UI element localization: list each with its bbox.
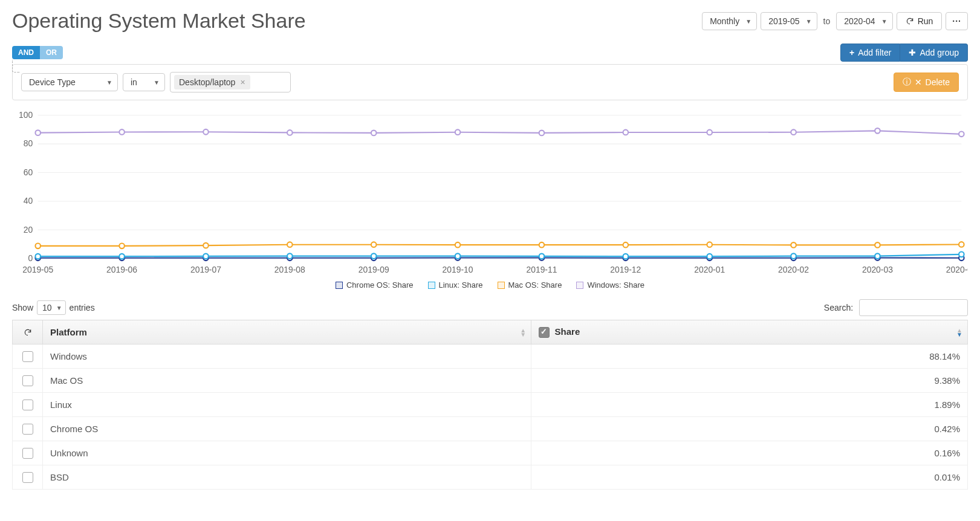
search-input[interactable] [859, 299, 968, 316]
row-checkbox[interactable] [22, 375, 33, 386]
to-label: to [821, 16, 833, 26]
svg-point-50 [203, 243, 209, 248]
chevron-down-icon: ▼ [56, 305, 62, 311]
svg-point-62 [203, 129, 209, 135]
svg-text:2020-01: 2020-01 [694, 265, 725, 274]
filter-operator-select[interactable]: in ▼ [123, 73, 165, 91]
interval-select[interactable]: Monthly ▼ [702, 12, 757, 30]
interval-value: Monthly [710, 16, 739, 26]
filter-chip: Desktop/laptop × [174, 75, 250, 89]
logic-and-button[interactable]: AND [12, 46, 40, 59]
row-checkbox[interactable] [22, 448, 33, 459]
svg-text:0: 0 [28, 253, 33, 263]
page-title: Operating System Market Share [12, 9, 306, 33]
plus-circle-icon: ✚ [909, 48, 916, 57]
page-size-value: 10 [42, 303, 52, 312]
svg-point-64 [371, 131, 377, 136]
platform-header-label: Platform [50, 327, 87, 337]
filter-dimension-value: Device Type [29, 77, 76, 87]
date-to-select[interactable]: 2020-04 ▼ [836, 12, 892, 30]
remove-chip-icon[interactable]: × [240, 77, 245, 87]
date-to-value: 2020-04 [844, 16, 875, 26]
platform-cell: Chrome OS [43, 417, 531, 441]
svg-point-68 [707, 130, 712, 135]
table-row: Linux 1.89% [13, 393, 968, 417]
sort-icon: ▲▼ [956, 328, 962, 337]
svg-point-39 [287, 253, 293, 259]
filter-dimension-select[interactable]: Device Type ▼ [21, 73, 118, 91]
share-cell: 0.42% [531, 417, 968, 441]
legend-item[interactable]: Windows: Share [576, 280, 644, 290]
row-checkbox[interactable] [22, 400, 33, 410]
filter-operator-value: in [131, 77, 137, 87]
share-cell: 88.14% [531, 345, 968, 369]
svg-text:2019-10: 2019-10 [443, 265, 473, 274]
share-cell: 0.01% [531, 465, 968, 490]
share-cell: 9.38% [531, 369, 968, 393]
legend-item[interactable]: Mac OS: Share [498, 280, 562, 290]
logic-or-button[interactable]: OR [40, 46, 63, 59]
legend-item[interactable]: Chrome OS: Share [336, 280, 414, 290]
add-group-button[interactable]: ✚ Add group [900, 44, 968, 62]
svg-point-52 [371, 242, 377, 247]
chart: 0204060801002019-052019-062019-072019-08… [12, 109, 968, 290]
date-from-select[interactable]: 2019-05 ▼ [761, 12, 817, 30]
chevron-down-icon: ▼ [106, 79, 112, 86]
show-label: Show [12, 303, 33, 312]
search-label: Search: [824, 303, 853, 312]
filter-value-input[interactable]: Desktop/laptop × [170, 72, 291, 92]
svg-text:80: 80 [24, 138, 33, 148]
svg-point-69 [791, 129, 796, 135]
svg-text:2019-09: 2019-09 [359, 265, 389, 274]
svg-text:2019-06: 2019-06 [106, 265, 137, 274]
svg-text:2019-12: 2019-12 [610, 265, 641, 274]
logic-toggle: AND OR [12, 46, 63, 59]
page-size-select[interactable]: 10 ▼ [37, 300, 66, 315]
svg-point-53 [455, 242, 461, 248]
legend-swatch-icon [576, 282, 583, 289]
svg-point-44 [707, 254, 712, 259]
run-button[interactable]: Run [897, 12, 943, 30]
svg-point-71 [959, 131, 964, 137]
close-icon: ✕ [915, 77, 922, 87]
svg-point-59 [959, 242, 964, 247]
platform-column-header[interactable]: Platform ▲▼ [43, 320, 531, 345]
legend-item[interactable]: Linux: Share [428, 280, 483, 290]
row-checkbox[interactable] [22, 472, 33, 483]
svg-point-61 [119, 129, 125, 135]
share-header-checkbox[interactable] [539, 327, 550, 338]
table-row: Mac OS 9.38% [13, 369, 968, 393]
chevron-down-icon: ▼ [881, 18, 888, 24]
svg-point-51 [287, 242, 293, 247]
refresh-column-header[interactable] [13, 320, 43, 345]
svg-point-38 [203, 254, 209, 259]
svg-point-37 [119, 254, 125, 259]
row-checkbox[interactable] [22, 424, 33, 435]
svg-point-54 [539, 242, 545, 248]
svg-text:2019-05: 2019-05 [22, 265, 53, 274]
add-filter-button[interactable]: + Add filter [840, 44, 900, 62]
svg-point-47 [959, 252, 964, 257]
svg-text:2019-07: 2019-07 [190, 265, 221, 274]
svg-text:2019-11: 2019-11 [526, 265, 557, 274]
table-row: Chrome OS 0.42% [13, 417, 968, 441]
legend-swatch-icon [336, 282, 343, 289]
chevron-down-icon: ▼ [745, 18, 751, 24]
legend-label: Mac OS: Share [508, 280, 562, 290]
row-checkbox[interactable] [22, 351, 33, 362]
delete-filter-button[interactable]: ⓘ ✕ Delete [894, 73, 959, 92]
svg-point-65 [455, 129, 461, 135]
svg-text:2020-03: 2020-03 [862, 265, 893, 274]
share-column-header[interactable]: Share ▲▼ [531, 320, 968, 345]
svg-point-67 [623, 130, 629, 135]
legend-label: Windows: Share [587, 280, 644, 290]
date-from-value: 2019-05 [768, 16, 799, 26]
svg-point-57 [791, 242, 796, 248]
svg-point-36 [35, 254, 41, 259]
table-row: Windows 88.14% [13, 345, 968, 369]
svg-point-56 [707, 242, 712, 247]
svg-point-58 [875, 242, 880, 248]
refresh-icon [24, 328, 32, 337]
date-controls: Monthly ▼ 2019-05 ▼ to 2020-04 ▼ Run ··· [702, 12, 968, 30]
more-button[interactable]: ··· [946, 12, 968, 30]
